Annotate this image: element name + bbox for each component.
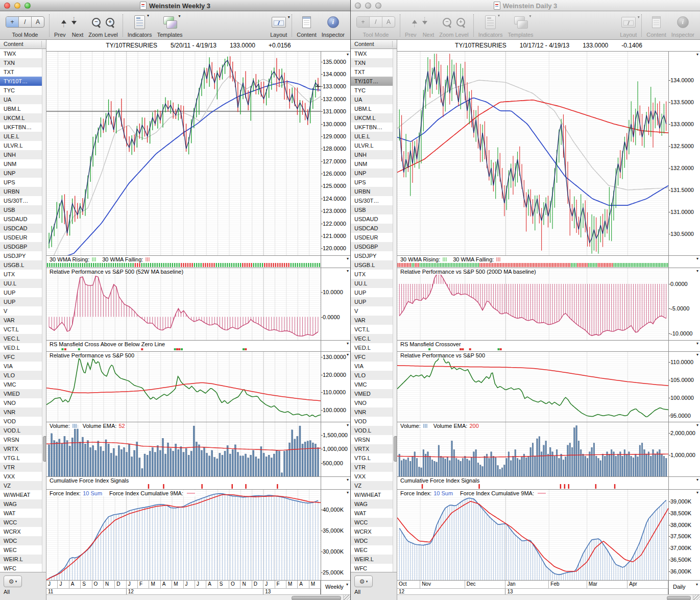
sidebar-item-ups[interactable]: UPS [351,178,393,187]
sidebar-item-wat[interactable]: WAT [0,509,42,518]
prev-button[interactable]: ⋮ [412,17,417,27]
sidebar-item-vct-l[interactable]: VCT.L [351,325,393,334]
sidebar-item-vfc[interactable]: VFC [0,352,42,362]
sidebar-item-vfc[interactable]: VFC [351,352,393,362]
sidebar-item-txt[interactable]: TXT [351,67,393,77]
indicators-icon[interactable] [134,15,145,29]
sidebar-item-vtr[interactable]: VTR [0,463,42,472]
main-price-panel-plot[interactable] [46,52,321,255]
sidebar-item-vnr[interactable]: VNR [351,407,393,417]
main-price-panel-plot[interactable] [397,52,668,255]
sidebar-item-usdeur[interactable]: USDEUR [351,233,393,242]
scrollbar-thumb[interactable] [667,596,691,600]
main-price-chart[interactable] [46,52,321,256]
sidebar-item-wag[interactable]: WAG [0,499,42,509]
sidebar-item-vod-l[interactable]: VOD.L [0,426,42,435]
panel-menu-caret[interactable]: ▾ [347,52,349,57]
volume-chart[interactable] [46,422,321,477]
sidebar-item-unh[interactable]: UNH [351,150,393,159]
zoom-out-icon[interactable]: − [443,18,451,27]
chevron-down-icon[interactable]: ▾ [178,14,180,18]
zoom-button[interactable] [375,3,381,9]
zoom-button[interactable] [25,3,31,9]
tool-line-button[interactable]: / [370,17,382,27]
sidebar-item-twx[interactable]: TWX [351,49,393,58]
sidebar-item-vod-l[interactable]: VOD.L [351,426,393,435]
next-button[interactable]: ⋮ [71,17,77,27]
sidebar-item-wdc[interactable]: WDC [0,536,42,545]
sidebar-item-w-wheat[interactable]: W/WHEAT [351,490,393,499]
sidebar-item-uu-l[interactable]: UU.L [351,279,393,288]
sidebar-item-usdjpy[interactable]: USDJPY [351,251,393,260]
gear-button[interactable]: ⚙▾ [4,575,22,587]
sidebar-item-unp[interactable]: UNP [351,169,393,178]
sidebar-item-uup[interactable]: UUP [0,297,42,306]
panel-menu-caret[interactable]: ▾ [347,352,349,357]
content-icon[interactable] [652,16,661,28]
titlebar[interactable]: Weinstein Daily 3 [351,0,700,11]
relative-strength-panel-plot[interactable]: Relative Performance vs S&P 500 [46,352,321,422]
sidebar-item-usgb-l[interactable]: USGB.L [351,260,393,270]
sidebar-header[interactable]: Content [0,40,46,49]
sidebar-item-vxx[interactable]: VXX [351,472,393,481]
sidebar-item-ule-l[interactable]: ULE.L [351,132,393,141]
horizontal-scrollbar[interactable] [46,594,350,600]
sidebar-item-ubm-l[interactable]: UBM.L [351,104,393,113]
sidebar-item-vrtx[interactable]: VRTX [0,444,42,453]
sidebar-item-usdaud[interactable]: USDAUD [0,214,42,224]
panel-menu-caret[interactable]: ▾ [696,269,698,273]
relative-strength-panel-plot[interactable]: Relative Performance vs S&P 500 [397,352,668,422]
sidebar-item-v[interactable]: V [0,306,42,316]
sidebar-item-weir-l[interactable]: WEIR.L [351,555,393,564]
sidebar-item-vrsn[interactable]: VRSN [0,435,42,444]
sidebar-item-vmed[interactable]: VMED [0,389,42,398]
chevron-down-icon[interactable]: ▾ [638,15,640,19]
sidebar-item-unm[interactable]: UNM [351,159,393,169]
scrollbar-thumb[interactable] [292,596,341,600]
inspector-icon[interactable]: i [677,16,689,28]
sidebar-item-ty-10t-[interactable]: TY/10T… [351,77,393,86]
sidebar-item-ulvr-l[interactable]: ULVR.L [351,141,393,150]
minimize-button[interactable] [365,3,371,9]
sidebar-item-usdaud[interactable]: USDAUD [351,214,393,224]
prev-button[interactable]: ⋮ [61,17,66,27]
relative-performance-baseline-panel-plot[interactable]: Relative Performance vs S&P 500 (200D MA… [397,268,668,340]
sidebar-item-usb[interactable]: USB [351,205,393,214]
sidebar-item-usdeur[interactable]: USDEUR [0,233,42,242]
sidebar-item-utx[interactable]: UTX [0,270,42,279]
close-button[interactable] [355,3,361,9]
panel-menu-caret[interactable]: ▾ [347,423,349,427]
sidebar-item-tyc[interactable]: TYC [351,86,393,95]
sidebar-item-ule-l[interactable]: ULE.L [0,132,42,141]
sidebar-item-wfc[interactable]: WFC [0,564,42,572]
sidebar-item-usdcad[interactable]: USDCAD [0,224,42,233]
sidebar-scrollbar[interactable] [393,49,397,572]
sidebar-item-weir-l[interactable]: WEIR.L [0,555,42,564]
panel-menu-caret[interactable]: ▾ [696,256,698,261]
sidebar-item-wcrx[interactable]: WCRX [0,527,42,536]
chevron-down-icon[interactable]: ▾ [288,15,290,19]
tool-crosshair-button[interactable]: + [357,17,370,27]
titlebar[interactable]: Weinstein Weekly 3 [0,0,350,11]
panel-menu-caret[interactable]: ▾ [347,256,349,261]
sidebar-item-usb[interactable]: USB [0,205,42,214]
sidebar-item-vmed[interactable]: VMED [351,389,393,398]
resize-grip[interactable] [343,595,350,600]
sidebar-item-unp[interactable]: UNP [0,169,42,178]
templates-icon[interactable] [514,16,527,29]
sidebar-item-ukcm-l[interactable]: UKCM.L [351,113,393,123]
sidebar-item-ups[interactable]: UPS [0,178,42,187]
force-index-panel-plot[interactable]: Force Index:10 SumForce Index Cumulative… [397,490,668,580]
horizontal-scrollbar[interactable] [397,594,700,600]
gear-button[interactable]: ⚙▾ [354,575,373,587]
volume-panel-plot[interactable]: Volume:Volume EMA:52 [46,422,321,476]
sidebar-item-v[interactable]: V [351,306,393,316]
panel-menu-caret[interactable]: ▾ [347,341,349,346]
sidebar-item-uup[interactable]: UUP [351,288,393,297]
sidebar-item-vno[interactable]: VNO [351,398,393,407]
sidebar-item-vnr[interactable]: VNR [0,407,42,417]
panel-menu-caret[interactable]: ▾ [347,490,349,495]
sidebar-item-via[interactable]: VIA [351,362,393,371]
zoom-in-icon[interactable]: + [456,18,465,27]
wma-signal-strip-plot[interactable]: 30 WMA Rising:30 WMA Falling: [46,256,321,268]
